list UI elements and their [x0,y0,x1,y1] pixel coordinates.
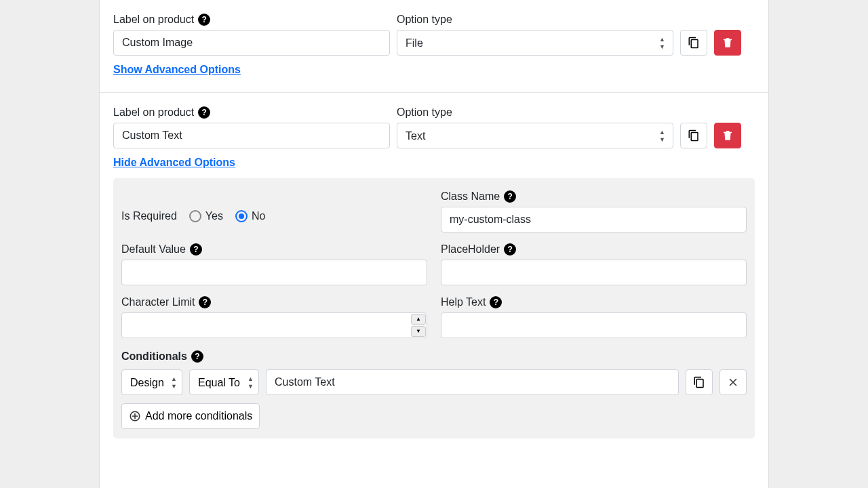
trash-icon [722,129,734,142]
help-icon[interactable]: ? [198,106,210,119]
placeholder-input[interactable] [441,260,747,285]
duplicate-button[interactable] [680,123,707,148]
option-type-select[interactable]: Text [397,123,673,148]
help-icon[interactable]: ? [191,350,203,363]
help-text-input[interactable] [441,312,747,338]
copy-icon [693,376,705,388]
hide-advanced-toggle[interactable]: Hide Advanced Options [113,157,235,169]
help-icon[interactable]: ? [490,296,502,308]
char-limit-input[interactable] [121,312,427,338]
show-advanced-toggle[interactable]: Show Advanced Options [113,64,241,76]
class-name-label: Class Name [441,190,500,203]
help-icon[interactable]: ? [198,14,210,26]
default-value-input[interactable] [121,260,427,285]
is-required-label: Is Required [121,210,177,222]
spin-down-button[interactable]: ▼ [411,326,426,337]
help-icon[interactable]: ? [190,243,202,256]
close-icon [727,376,739,388]
conditional-field-select[interactable]: Design [121,369,182,395]
trash-icon [722,37,734,49]
required-no-radio[interactable]: No [235,210,265,222]
duplicate-conditional-button[interactable] [686,369,713,395]
delete-button[interactable] [714,123,741,148]
radio-label: Yes [205,210,223,222]
duplicate-button[interactable] [680,30,707,56]
option-block: Label on product ? Option type Text ▲▼ [100,92,768,455]
conditional-value-input[interactable] [266,369,679,395]
copy-icon [688,129,700,142]
label-input[interactable] [113,30,390,56]
placeholder-label: PlaceHolder [441,243,500,256]
label-on-product-label: Label on product [113,106,194,119]
option-type-label: Option type [397,14,452,26]
label-on-product-label: Label on product [113,14,194,26]
plus-circle-icon [129,410,141,422]
conditional-operator-select[interactable]: Equal To [189,369,259,395]
help-icon[interactable]: ? [504,243,516,256]
label-input[interactable] [113,123,390,148]
help-icon[interactable]: ? [504,190,516,203]
remove-conditional-button[interactable] [719,369,747,395]
help-text-label: Help Text [441,296,486,308]
default-value-label: Default Value [121,243,186,256]
spin-up-button[interactable]: ▲ [411,314,426,325]
required-yes-radio[interactable]: Yes [189,210,223,222]
option-type-label: Option type [397,106,452,119]
advanced-panel: Is Required Yes No Class Name ? [113,178,755,439]
char-limit-label: Character Limit [121,296,195,308]
class-name-input[interactable] [441,207,747,232]
option-block: Label on product ? Option type File ▲▼ [100,0,768,92]
help-icon[interactable]: ? [199,296,211,308]
radio-label: No [252,210,265,222]
option-type-select[interactable]: File [397,30,673,56]
delete-button[interactable] [714,30,741,56]
copy-icon [688,37,700,49]
conditionals-label: Conditionals [121,350,187,363]
add-conditional-label: Add more conditionals [145,410,252,422]
add-conditional-button[interactable]: Add more conditionals [121,403,260,429]
